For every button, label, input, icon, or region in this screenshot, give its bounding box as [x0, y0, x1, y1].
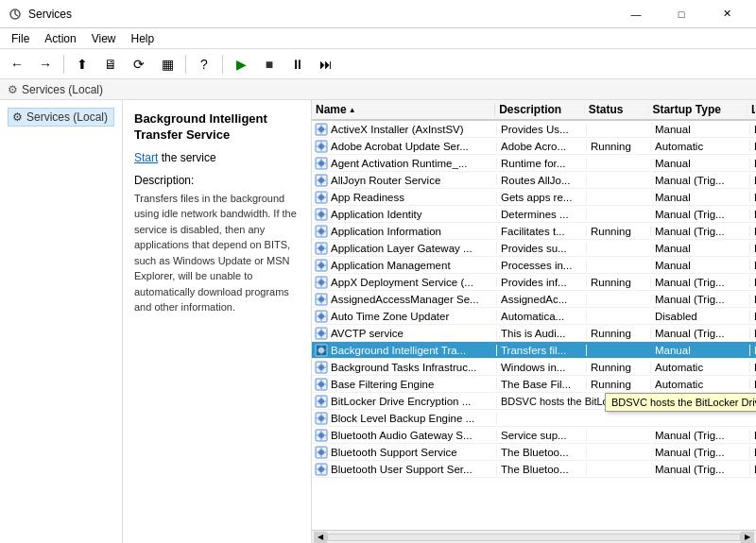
service-icon — [314, 445, 329, 460]
service-icon — [314, 275, 329, 290]
toolbar-separator-1 — [63, 55, 64, 74]
scroll-track[interactable] — [327, 534, 741, 541]
service-desc: Provides Us... — [497, 124, 587, 135]
menu-file[interactable]: File — [4, 28, 37, 48]
table-row[interactable]: Application Layer Gateway ...Provides su… — [312, 240, 756, 257]
table-row[interactable]: Bluetooth Support ServiceThe Bluetoo...M… — [312, 444, 756, 461]
table-row[interactable]: Base Filtering EngineThe Base Fil...Runn… — [312, 376, 756, 393]
maximize-button[interactable]: □ — [660, 0, 703, 28]
col-header-startup[interactable]: Startup Type — [648, 103, 747, 116]
table-row[interactable]: AssignedAccessManager Se...AssignedAc...… — [312, 291, 756, 308]
service-name: Bluetooth Support Service — [329, 447, 497, 458]
service-icon — [314, 156, 329, 171]
table-row[interactable]: AppX Deployment Service (...Provides inf… — [312, 274, 756, 291]
toolbar-back[interactable]: ← — [4, 52, 30, 76]
service-startup: Manual — [651, 345, 750, 356]
toolbar-export[interactable]: ▦ — [154, 52, 180, 76]
left-panel-services-local[interactable]: ⚙ Services (Local) — [8, 108, 114, 127]
table-row[interactable]: BitLocker Drive Encryption ...BDSVC host… — [312, 393, 756, 410]
toolbar: ← → ⬆ 🖥 ⟳ ▦ ? ▶ ■ ⏸ ⏭ — [0, 49, 756, 79]
table-row[interactable]: Background Tasks Infrastruc...Windows in… — [312, 359, 756, 376]
table-row[interactable]: Application IdentityDetermines ...Manual… — [312, 206, 756, 223]
sort-arrow-name: ▲ — [349, 106, 356, 114]
service-logon: Local Sy... — [750, 141, 756, 152]
service-startup: Manual — [651, 158, 750, 169]
service-icon — [314, 207, 329, 222]
toolbar-pause[interactable]: ⏸ — [284, 52, 311, 76]
service-startup: Automatic — [651, 362, 750, 373]
service-startup: Manual (Trig... — [651, 277, 750, 288]
toolbar-refresh[interactable]: ⟳ — [126, 52, 152, 76]
toolbar-stop[interactable]: ■ — [256, 52, 283, 76]
service-startup: Manual — [651, 260, 750, 271]
service-logon: Local Se... — [750, 328, 756, 339]
service-icon — [314, 428, 329, 443]
service-name: Bluetooth User Support Ser... — [329, 464, 497, 475]
service-icon — [314, 360, 329, 375]
service-icon — [314, 309, 329, 324]
service-desc: Gets apps re... — [497, 192, 587, 203]
table-row[interactable]: AllJoyn Router ServiceRoutes AllJo...Man… — [312, 172, 756, 189]
service-desc: Provides su... — [497, 243, 587, 254]
table-row[interactable]: Bluetooth User Support Ser...The Bluetoo… — [312, 461, 756, 478]
service-name: Base Filtering Engine — [329, 379, 497, 390]
service-name: AllJoyn Router Service — [329, 175, 497, 186]
service-status: Running — [587, 362, 651, 373]
toolbar-play[interactable]: ▶ — [228, 52, 254, 76]
tooltip-popup: BDSVC hosts the BitLocker Drive Encrypti… — [605, 393, 756, 412]
table-row[interactable]: Bluetooth Audio Gateway S...Service sup.… — [312, 427, 756, 444]
service-icon — [314, 190, 329, 205]
service-icon — [314, 377, 329, 392]
table-row[interactable]: Adobe Acrobat Update Ser...Adobe Acro...… — [312, 138, 756, 155]
table-row[interactable]: Block Level Backup Engine ... — [312, 410, 756, 427]
service-logon: Local Sy... — [750, 379, 756, 390]
table-row[interactable]: Agent Activation Runtime_...Runtime for.… — [312, 155, 756, 172]
services-table-body[interactable]: ActiveX Installer (AxInstSV)Provides Us.… — [312, 121, 756, 530]
table-row[interactable]: App ReadinessGets apps re...ManualLocal … — [312, 189, 756, 206]
table-row[interactable]: AVCTP serviceThis is Audi...RunningManua… — [312, 325, 756, 342]
service-icon — [314, 343, 329, 358]
service-desc: Processes in... — [497, 260, 587, 271]
menu-help[interactable]: Help — [124, 28, 163, 48]
service-logon: Local Sy... — [750, 345, 756, 356]
minimize-button[interactable]: — — [614, 0, 658, 28]
menu-action[interactable]: Action — [37, 28, 83, 48]
service-logon: Local Se... — [750, 209, 756, 220]
close-button[interactable]: ✕ — [705, 0, 748, 28]
start-service-link[interactable]: Start — [134, 151, 158, 164]
toolbar-separator-3 — [222, 55, 223, 74]
start-service-text: the service — [158, 151, 215, 164]
service-logon: Local Sy... — [750, 158, 756, 169]
menu-view[interactable]: View — [84, 28, 124, 48]
toolbar-show-hide[interactable]: 🖥 — [97, 52, 124, 76]
col-header-desc[interactable]: Description — [495, 103, 585, 116]
table-row[interactable]: Application ManagementProcesses in...Man… — [312, 257, 756, 274]
scroll-left-btn[interactable]: ◀ — [314, 532, 327, 543]
nav-text: Services (Local) — [22, 83, 103, 96]
scroll-right-btn[interactable]: ▶ — [741, 532, 754, 543]
horizontal-scrollbar[interactable]: ◀ ▶ — [312, 530, 756, 543]
services-local-icon: ⚙ — [12, 110, 23, 124]
col-header-status[interactable]: Status — [585, 103, 649, 116]
table-row[interactable]: Auto Time Zone UpdaterAutomatica...Disab… — [312, 308, 756, 325]
toolbar-up[interactable]: ⬆ — [69, 52, 95, 76]
service-startup: Manual — [651, 192, 750, 203]
selected-service-title: Background Intelligent Transfer Service — [134, 111, 300, 144]
service-icon — [314, 224, 329, 239]
service-icon — [314, 462, 329, 477]
table-row[interactable]: Application InformationFacilitates t...R… — [312, 223, 756, 240]
nav-icon: ⚙ — [8, 83, 18, 96]
service-startup: Manual (Trig... — [651, 226, 750, 237]
menu-bar: File Action View Help — [0, 28, 756, 49]
services-panel: Name ▲ Description Status Startup Type L… — [312, 100, 756, 543]
toolbar-help[interactable]: ? — [191, 52, 217, 76]
col-header-logon[interactable]: Log On As — [747, 103, 756, 116]
table-row[interactable]: Background Intelligent Tra...Transfers f… — [312, 342, 756, 359]
col-header-name[interactable]: Name ▲ — [312, 103, 495, 116]
toolbar-forward[interactable]: → — [32, 52, 59, 76]
window-controls: — □ ✕ — [614, 0, 748, 28]
table-row[interactable]: ActiveX Installer (AxInstSV)Provides Us.… — [312, 121, 756, 138]
toolbar-restart[interactable]: ⏭ — [313, 52, 339, 76]
service-desc: Automatica... — [497, 311, 587, 322]
nav-bar: ⚙ Services (Local) — [0, 79, 756, 100]
